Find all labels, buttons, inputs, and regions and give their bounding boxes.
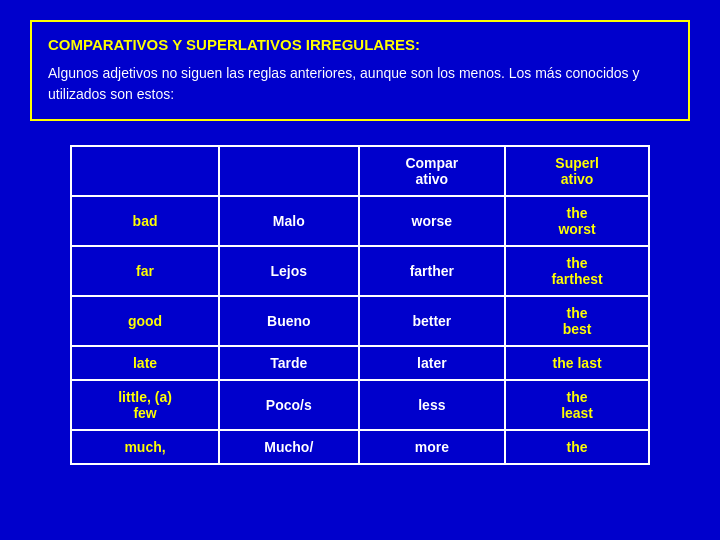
irregular-comparatives-table: Comparativo Superlativo badMaloworsethew… — [70, 145, 650, 465]
col-header-spanish — [219, 146, 358, 196]
cell-spanish: Bueno — [219, 296, 358, 346]
table-row: lateTardelaterthe last — [71, 346, 649, 380]
cell-superlative: theleast — [505, 380, 649, 430]
header-description: Algunos adjetivos no siguen las reglas a… — [48, 63, 672, 105]
col-header-comparative: Comparativo — [359, 146, 506, 196]
cell-spanish: Poco/s — [219, 380, 358, 430]
cell-superlative: the last — [505, 346, 649, 380]
header-title: COMPARATIVOS Y SUPERLATIVOS IRREGULARES: — [48, 36, 672, 53]
cell-comparative: less — [359, 380, 506, 430]
table-row: goodBuenobetterthebest — [71, 296, 649, 346]
table-row: much,Mucho/morethe — [71, 430, 649, 464]
cell-english: much, — [71, 430, 219, 464]
cell-english: little, (a)few — [71, 380, 219, 430]
cell-comparative: better — [359, 296, 506, 346]
cell-spanish: Malo — [219, 196, 358, 246]
cell-superlative: theworst — [505, 196, 649, 246]
cell-comparative: worse — [359, 196, 506, 246]
cell-superlative: thefarthest — [505, 246, 649, 296]
table-wrapper: Comparativo Superlativo badMaloworsethew… — [30, 145, 690, 465]
page-container: COMPARATIVOS Y SUPERLATIVOS IRREGULARES:… — [0, 0, 720, 540]
cell-spanish: Tarde — [219, 346, 358, 380]
table-row: farLejosfartherthefarthest — [71, 246, 649, 296]
cell-spanish: Lejos — [219, 246, 358, 296]
cell-comparative: more — [359, 430, 506, 464]
cell-english: good — [71, 296, 219, 346]
cell-english: late — [71, 346, 219, 380]
cell-english: bad — [71, 196, 219, 246]
cell-superlative: the — [505, 430, 649, 464]
cell-comparative: farther — [359, 246, 506, 296]
table-header-row: Comparativo Superlativo — [71, 146, 649, 196]
table-row: little, (a)fewPoco/slesstheleast — [71, 380, 649, 430]
cell-superlative: thebest — [505, 296, 649, 346]
col-header-superlative: Superlativo — [505, 146, 649, 196]
cell-english: far — [71, 246, 219, 296]
header-box: COMPARATIVOS Y SUPERLATIVOS IRREGULARES:… — [30, 20, 690, 121]
cell-comparative: later — [359, 346, 506, 380]
table-row: badMaloworsetheworst — [71, 196, 649, 246]
cell-spanish: Mucho/ — [219, 430, 358, 464]
table-body: badMaloworsetheworstfarLejosfartherthefa… — [71, 196, 649, 464]
col-header-english — [71, 146, 219, 196]
